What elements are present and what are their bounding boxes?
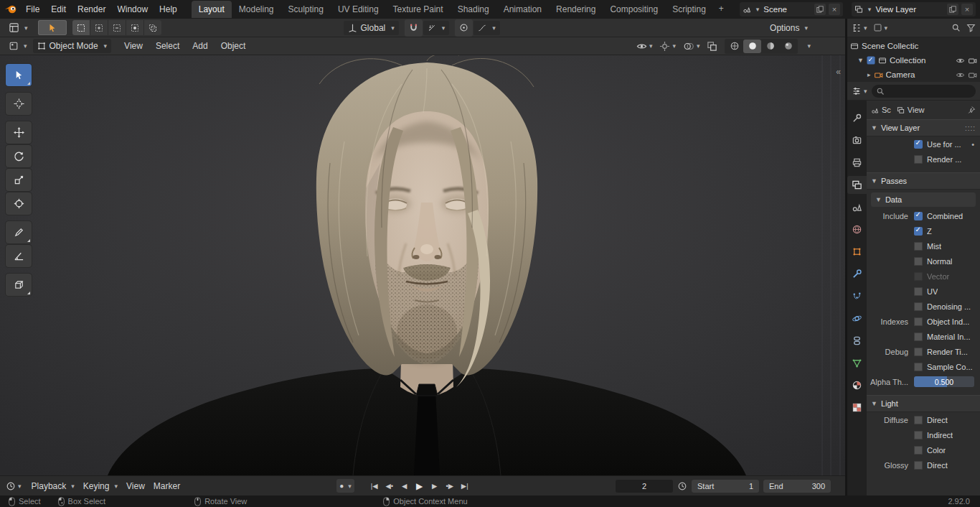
frame-start-field[interactable]: Start1	[692, 480, 759, 493]
glossy-direct-checkbox[interactable]	[914, 461, 923, 470]
transform-orientation-dropdown[interactable]: Global ▾	[344, 21, 399, 35]
prev-keyframe-button[interactable]: ◀•	[382, 480, 397, 493]
panel-light-header[interactable]: ▼ Light	[867, 395, 980, 412]
timeline-editor-type-button[interactable]: ▾	[6, 481, 22, 491]
add-view-layer-icon[interactable]	[947, 4, 958, 15]
vp-menu-view[interactable]: View	[118, 38, 149, 54]
pass-normal-checkbox[interactable]	[914, 257, 923, 266]
select-mode-new[interactable]	[72, 20, 90, 35]
tab-constraints-icon[interactable]	[847, 332, 867, 350]
shading-rendered-button[interactable]	[779, 39, 797, 53]
outliner-filter-icon[interactable]	[966, 23, 976, 32]
tab-particles-icon[interactable]	[847, 287, 867, 305]
scene-browse-caret[interactable]: ▾	[756, 6, 760, 13]
camera-expand-icon[interactable]: ▸	[867, 71, 871, 78]
properties-editor-type-button[interactable]: ▾	[852, 86, 867, 96]
tab-modeling[interactable]: Modeling	[232, 1, 281, 18]
visibility-dropdown[interactable]: ▾	[636, 41, 653, 52]
menu-file[interactable]: File	[20, 1, 45, 17]
panel-view-layer-header[interactable]: ▼ View Layer ::::	[867, 119, 980, 136]
frame-end-field[interactable]: End300	[763, 480, 831, 493]
tool-add-cube[interactable]	[6, 274, 32, 296]
breadcrumb-scene[interactable]: Sc	[871, 106, 891, 114]
pass-combined-checkbox[interactable]	[914, 212, 923, 220]
tab-texture-paint[interactable]: Texture Paint	[386, 1, 451, 18]
tab-texture-icon[interactable]	[847, 399, 867, 417]
jump-to-end-button[interactable]: ▶|	[458, 480, 472, 493]
tab-animation[interactable]: Animation	[496, 1, 549, 18]
render-visibility-camera-icon[interactable]	[968, 70, 977, 80]
active-tool-button[interactable]	[38, 20, 67, 35]
keying-menu[interactable]: Keying▾	[79, 480, 122, 493]
tool-cursor[interactable]	[6, 93, 32, 115]
pass-render-time-checkbox[interactable]	[914, 348, 923, 356]
blender-logo-icon[interactable]	[4, 4, 17, 14]
duplicate-scene-icon[interactable]	[814, 4, 826, 15]
menu-help[interactable]: Help	[154, 1, 183, 17]
unlink-scene-icon[interactable]: ×	[829, 4, 840, 15]
tool-move[interactable]	[6, 121, 32, 144]
gizmos-toggle[interactable]: ▾	[659, 41, 676, 52]
view-layer-name[interactable]: View Layer	[874, 5, 944, 14]
tab-tool-icon[interactable]	[847, 109, 867, 127]
tab-scripting[interactable]: Scripting	[665, 1, 713, 18]
tab-physics-icon[interactable]	[847, 310, 867, 327]
select-mode-invert[interactable]	[126, 20, 144, 35]
tool-annotate[interactable]	[6, 221, 32, 243]
tab-compositing[interactable]: Compositing	[603, 1, 665, 18]
alpha-threshold-slider[interactable]: 0.500	[914, 376, 974, 387]
tool-measure[interactable]	[6, 245, 32, 267]
tab-object-data-icon[interactable]	[847, 354, 867, 372]
scene-selector[interactable]: ▾ Scene ×	[740, 2, 843, 17]
sidebar-collapse-arrow[interactable]: «	[836, 67, 841, 77]
add-workspace-button[interactable]: +	[713, 1, 730, 18]
use-for-rendering-checkbox[interactable]	[914, 140, 923, 149]
diffuse-color-checkbox[interactable]	[914, 446, 923, 455]
outliner-search-icon[interactable]	[951, 23, 961, 32]
view-layer-browse-caret[interactable]: ▾	[868, 6, 872, 13]
auto-keying-button[interactable]: ● ▾	[336, 479, 354, 493]
tab-output-icon[interactable]	[847, 154, 867, 172]
hide-eye-icon[interactable]	[956, 70, 965, 80]
shading-wireframe-button[interactable]	[725, 39, 743, 53]
pin-icon[interactable]	[967, 106, 976, 114]
tab-uv-editing[interactable]: UV Editing	[331, 1, 386, 18]
timeline-view-menu[interactable]: View	[122, 480, 149, 493]
pass-material-index-checkbox[interactable]	[914, 332, 923, 341]
vp-menu-object[interactable]: Object	[215, 38, 252, 54]
tool-rotate[interactable]	[6, 145, 32, 167]
diffuse-indirect-checkbox[interactable]	[914, 431, 923, 439]
render-single-layer-checkbox[interactable]	[914, 155, 923, 164]
proportional-editing-toggle[interactable]	[455, 19, 473, 37]
tab-rendering[interactable]: Rendering	[549, 1, 603, 18]
jump-to-start-button[interactable]: |◀	[367, 480, 382, 493]
pass-vector-checkbox[interactable]	[914, 272, 923, 281]
next-keyframe-button[interactable]: •▶	[443, 480, 457, 493]
shading-material-button[interactable]	[761, 39, 779, 53]
panel-drag-handle[interactable]: ::::	[965, 124, 976, 132]
shading-dropdown[interactable]: ▾	[807, 42, 811, 50]
mode-dropdown[interactable]: Object Mode ▾	[33, 39, 112, 53]
pass-z-checkbox[interactable]	[914, 227, 923, 236]
tab-modifiers-icon[interactable]	[847, 265, 867, 283]
pass-uv-checkbox[interactable]	[914, 287, 923, 296]
current-frame-field[interactable]: 2	[616, 480, 673, 493]
preview-range-toggle[interactable]	[677, 481, 687, 491]
panel-data-header[interactable]: ▼ Data	[871, 192, 976, 207]
vp-menu-add[interactable]: Add	[187, 38, 213, 54]
tab-sculpting[interactable]: Sculpting	[281, 1, 331, 18]
playback-menu[interactable]: Playback▾	[27, 480, 79, 493]
view-layer-selector[interactable]: ▾ View Layer ×	[852, 2, 976, 17]
viewport-editor-type-button[interactable]: ▾	[4, 39, 32, 52]
prev-frame-button[interactable]: ◀	[397, 480, 412, 493]
outliner-row-camera[interactable]: ▸ Camera	[847, 68, 980, 82]
pass-denoising-checkbox[interactable]	[914, 302, 923, 311]
render-visibility-camera-icon[interactable]	[968, 56, 977, 65]
diffuse-direct-checkbox[interactable]	[914, 416, 923, 424]
shading-solid-button[interactable]	[743, 39, 761, 53]
tab-shading[interactable]: Shading	[451, 1, 496, 18]
xray-toggle[interactable]	[707, 41, 717, 52]
breadcrumb-view-layer[interactable]: View	[897, 106, 925, 114]
menu-render[interactable]: Render	[72, 1, 111, 17]
outliner-row-scene-collection[interactable]: Scene Collectic	[847, 39, 980, 53]
